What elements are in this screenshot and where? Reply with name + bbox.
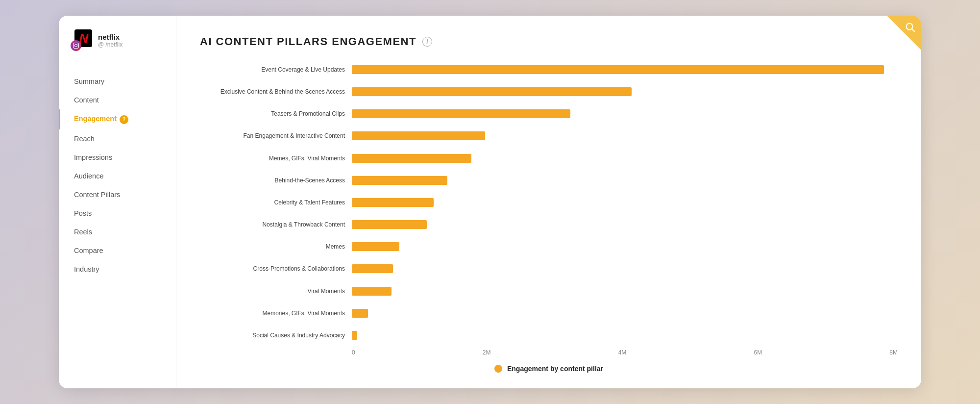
- bar-track: [352, 331, 898, 340]
- sidebar-item-industry[interactable]: Industry: [59, 260, 176, 278]
- sidebar-item-audience[interactable]: Audience: [59, 167, 176, 185]
- bar-fill: [352, 154, 471, 163]
- bar-label: Cross-Promotions & Collaborations: [200, 265, 352, 272]
- brand-header: N netflix @ /netflix: [59, 16, 176, 63]
- bar-label: Behind-the-Scenes Access: [200, 177, 352, 184]
- bar-fill: [352, 65, 884, 74]
- sidebar-item-content-pillars[interactable]: Content Pillars: [59, 185, 176, 204]
- x-axis-label: 0: [352, 349, 355, 356]
- main-content: AI CONTENT PILLARS ENGAGEMENT i Event Co…: [176, 16, 921, 388]
- svg-line-1: [912, 29, 914, 31]
- bar-label: Social Causes & Industry Advocacy: [200, 332, 352, 339]
- bar-row: Nostalgia & Throwback Content: [200, 219, 898, 230]
- bar-track: [352, 287, 898, 296]
- brand-info: netflix @ /netflix: [98, 33, 122, 48]
- search-icon: [905, 22, 915, 34]
- bar-track: [352, 87, 898, 96]
- bar-fill: [352, 176, 447, 185]
- bar-label: Memes: [200, 243, 352, 250]
- bar-fill: [352, 309, 368, 318]
- bar-label: Fan Engagement & Interactive Content: [200, 132, 352, 139]
- bar-fill: [352, 220, 427, 229]
- sidebar-item-engagement[interactable]: Engagement?: [59, 109, 176, 129]
- sidebar: N netflix @ /netflix SummaryContentEngag…: [59, 16, 176, 388]
- chart-body: Event Coverage & Live UpdatesExclusive C…: [200, 64, 898, 343]
- bar-track: [352, 109, 898, 118]
- nav-list: SummaryContentEngagement?ReachImpression…: [59, 63, 176, 388]
- chart-container: Event Coverage & Live UpdatesExclusive C…: [200, 64, 898, 373]
- bar-row: Memes: [200, 241, 898, 252]
- bar-row: Exclusive Content & Behind-the-Scenes Ac…: [200, 86, 898, 98]
- bar-row: Viral Moments: [200, 285, 898, 297]
- engagement-badge: ?: [120, 115, 128, 124]
- bar-label: Exclusive Content & Behind-the-Scenes Ac…: [200, 88, 352, 95]
- brand-name: netflix: [98, 33, 122, 41]
- sidebar-item-summary[interactable]: Summary: [59, 72, 176, 91]
- x-axis-label: 8M: [889, 349, 898, 356]
- bar-row: Memories, GIFs, Viral Moments: [200, 307, 898, 319]
- bar-row: Fan Engagement & Interactive Content: [200, 130, 898, 142]
- sidebar-item-compare[interactable]: Compare: [59, 241, 176, 260]
- x-axis: 02M4M6M8M: [200, 347, 898, 356]
- bar-fill: [352, 264, 393, 273]
- bar-track: [352, 131, 898, 140]
- bar-track: [352, 309, 898, 318]
- page-title-row: AI CONTENT PILLARS ENGAGEMENT i: [200, 35, 898, 48]
- bar-label: Teasers & Promotional Clips: [200, 110, 352, 117]
- bar-track: [352, 198, 898, 207]
- bar-fill: [352, 198, 434, 207]
- bar-fill: [352, 131, 485, 140]
- x-axis-label: 6M: [754, 349, 762, 356]
- sidebar-item-posts[interactable]: Posts: [59, 204, 176, 223]
- bar-track: [352, 220, 898, 229]
- sidebar-item-reach[interactable]: Reach: [59, 129, 176, 148]
- bar-label: Memories, GIFs, Viral Moments: [200, 310, 352, 317]
- x-axis-spacer: [200, 347, 352, 356]
- bar-fill: [352, 109, 570, 118]
- bar-fill: [352, 242, 399, 251]
- legend-dot: [494, 365, 502, 373]
- bar-fill: [352, 287, 392, 296]
- bar-track: [352, 264, 898, 273]
- bar-row: Event Coverage & Live Updates: [200, 64, 898, 76]
- instagram-icon: [71, 40, 81, 51]
- bar-track: [352, 176, 898, 185]
- x-axis-label: 2M: [483, 349, 491, 356]
- x-axis-label: 4M: [618, 349, 627, 356]
- sidebar-item-reels[interactable]: Reels: [59, 223, 176, 241]
- bar-label: Event Coverage & Live Updates: [200, 66, 352, 73]
- sidebar-item-impressions[interactable]: Impressions: [59, 148, 176, 167]
- bar-label: Memes, GIFs, Viral Moments: [200, 155, 352, 162]
- info-icon[interactable]: i: [422, 37, 432, 47]
- legend: Engagement by content pillar: [200, 365, 898, 373]
- legend-label: Engagement by content pillar: [507, 365, 603, 373]
- bar-fill: [352, 331, 357, 340]
- bar-row: Celebrity & Talent Features: [200, 197, 898, 208]
- bar-row: Memes, GIFs, Viral Moments: [200, 152, 898, 164]
- bar-track: [352, 242, 898, 251]
- main-card: N netflix @ /netflix SummaryContentEngag…: [59, 16, 921, 388]
- bar-fill: [352, 87, 632, 96]
- bar-track: [352, 154, 898, 163]
- bar-row: Social Causes & Industry Advocacy: [200, 329, 898, 341]
- page-title: AI CONTENT PILLARS ENGAGEMENT: [200, 35, 416, 48]
- bar-row: Teasers & Promotional Clips: [200, 108, 898, 120]
- bar-label: Celebrity & Talent Features: [200, 199, 352, 206]
- bar-track: [352, 65, 898, 74]
- bar-row: Behind-the-Scenes Access: [200, 175, 898, 186]
- bar-row: Cross-Promotions & Collaborations: [200, 263, 898, 275]
- bar-label: Viral Moments: [200, 288, 352, 295]
- sidebar-item-content[interactable]: Content: [59, 91, 176, 109]
- bar-label: Nostalgia & Throwback Content: [200, 221, 352, 228]
- brand-handle: @ /netflix: [98, 41, 122, 48]
- x-axis-labels: 02M4M6M8M: [352, 347, 898, 356]
